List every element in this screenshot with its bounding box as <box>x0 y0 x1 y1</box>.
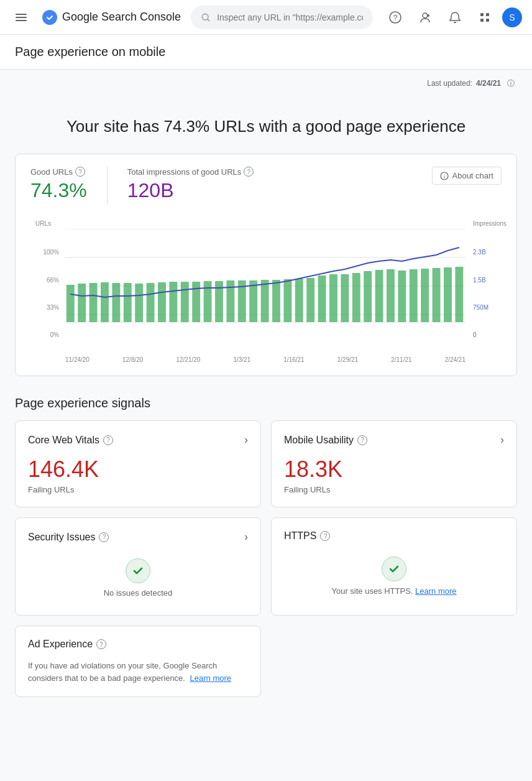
mobile-usability-help-icon[interactable]: ? <box>357 435 367 445</box>
avatar[interactable]: S <box>502 7 522 27</box>
good-urls-help-icon[interactable]: ? <box>75 167 85 177</box>
y-left-33: 33% <box>35 304 59 311</box>
help-button[interactable]: ? <box>383 5 408 30</box>
mobile-usability-failing-label: Failing URLs <box>284 485 504 494</box>
svg-rect-52 <box>421 269 429 322</box>
hero-section: Your site has 74.3% URLs with a good pag… <box>15 97 517 154</box>
svg-rect-22 <box>78 284 86 322</box>
svg-rect-47 <box>364 271 372 322</box>
notifications-button[interactable] <box>443 5 467 30</box>
https-status-text: Your site uses HTTPS. Learn more <box>331 586 456 596</box>
checkmark-icon <box>388 563 400 575</box>
svg-text:i: i <box>444 173 445 180</box>
impressions-label: Total impressions of good URLs ? <box>127 167 254 177</box>
url-search-bar[interactable] <box>191 6 373 29</box>
good-urls-metric: Good URLs ? 74.3% <box>30 167 87 202</box>
ad-experience-title: Ad Experience ? <box>28 639 106 650</box>
ad-experience-help-icon[interactable]: ? <box>96 639 106 649</box>
svg-rect-10 <box>480 13 484 16</box>
svg-rect-46 <box>352 273 360 322</box>
y-right-750m: 750M <box>473 304 497 311</box>
last-updated-label: Last updated: <box>427 79 472 88</box>
last-updated-bar: Last updated: 4/24/21 ⓘ <box>15 70 517 97</box>
core-web-vitals-title: Core Web Vitals ? <box>28 435 113 446</box>
core-web-vitals-failing-value: 146.4K <box>28 456 248 483</box>
menu-button[interactable] <box>10 6 32 29</box>
svg-rect-24 <box>101 282 109 322</box>
core-web-vitals-help-icon[interactable]: ? <box>103 435 113 445</box>
svg-rect-33 <box>204 281 212 322</box>
last-updated-help-button[interactable]: ⓘ <box>505 77 517 90</box>
security-issues-chevron-icon[interactable]: › <box>244 530 248 543</box>
x-label-6: 1/29/21 <box>337 356 358 363</box>
signals-grid: Core Web Vitals ? › 146.4K Failing URLs … <box>15 420 517 697</box>
security-issues-title: Security Issues ? <box>28 532 109 543</box>
mobile-usability-title: Mobile Usability ? <box>284 435 367 446</box>
core-web-vitals-header: Core Web Vitals ? › <box>28 433 248 446</box>
mobile-usability-chevron-icon[interactable]: › <box>500 433 504 446</box>
grid-icon <box>479 11 491 24</box>
svg-rect-32 <box>192 282 200 322</box>
y-right-1-5b: 1.5B <box>473 277 497 284</box>
y-left-title: URLs <box>35 220 59 227</box>
y-left-66: 66% <box>35 277 59 284</box>
svg-rect-42 <box>306 278 314 322</box>
main-content: Last updated: 4/24/21 ⓘ Your site has 74… <box>0 70 532 722</box>
page-title: Page experience on mobile <box>15 45 517 59</box>
accounts-icon <box>419 11 431 24</box>
svg-rect-29 <box>158 282 166 322</box>
svg-rect-26 <box>124 283 132 322</box>
good-urls-label: Good URLs ? <box>30 167 87 177</box>
svg-rect-43 <box>318 275 326 322</box>
ad-experience-learn-more-link[interactable]: Learn more <box>190 673 231 683</box>
svg-rect-51 <box>410 269 418 322</box>
svg-line-5 <box>208 19 209 21</box>
svg-rect-39 <box>272 280 280 322</box>
https-learn-more-link[interactable]: Learn more <box>415 586 456 596</box>
https-help-icon[interactable]: ? <box>320 531 330 541</box>
x-label-7: 2/11/21 <box>391 356 411 363</box>
main-chart-card: Good URLs ? 74.3% Total impressions of g… <box>15 154 517 376</box>
svg-point-8 <box>423 13 428 18</box>
x-label-5: 1/16/21 <box>283 356 304 363</box>
good-urls-value: 74.3% <box>30 179 87 202</box>
impressions-help-icon[interactable]: ? <box>244 167 254 177</box>
https-check-circle <box>382 557 406 581</box>
url-search-input[interactable] <box>217 12 363 22</box>
security-check-circle <box>126 558 150 583</box>
y-left-100: 100% <box>35 249 59 256</box>
security-issues-help-icon[interactable]: ? <box>99 532 109 542</box>
about-chart-button[interactable]: i About chart <box>432 167 502 185</box>
ad-experience-header: Ad Experience ? <box>28 639 248 650</box>
security-issues-header: Security Issues ? › <box>28 530 248 543</box>
app-logo: Google Search Console <box>42 10 181 25</box>
x-label-3: 12/21/20 <box>176 356 200 363</box>
svg-point-9 <box>427 14 429 17</box>
security-issues-text: No issues detected <box>104 588 173 598</box>
svg-rect-38 <box>261 280 269 322</box>
svg-rect-40 <box>283 279 291 322</box>
page-title-bar: Page experience on mobile <box>0 35 532 70</box>
https-title: HTTPS ? <box>284 530 330 542</box>
svg-rect-53 <box>433 268 441 322</box>
security-issues-card: Security Issues ? › No issues detected <box>15 517 261 616</box>
svg-text:?: ? <box>393 14 398 22</box>
accounts-button[interactable] <box>413 5 438 30</box>
apps-button[interactable] <box>472 5 497 30</box>
svg-rect-2 <box>16 20 27 21</box>
svg-rect-49 <box>387 269 395 322</box>
y-left-0: 0% <box>35 331 59 338</box>
help-icon: ? <box>389 11 401 24</box>
svg-rect-11 <box>486 13 489 16</box>
svg-rect-48 <box>375 270 383 322</box>
svg-rect-12 <box>480 19 484 22</box>
core-web-vitals-card: Core Web Vitals ? › 146.4K Failing URLs <box>15 420 261 507</box>
svg-rect-55 <box>455 267 463 322</box>
mobile-usability-header: Mobile Usability ? › <box>284 433 504 446</box>
impressions-value: 120B <box>127 179 254 202</box>
svg-rect-21 <box>66 285 75 322</box>
svg-rect-30 <box>169 282 177 322</box>
header-actions: ? S <box>383 5 522 30</box>
svg-rect-45 <box>341 274 349 322</box>
core-web-vitals-chevron-icon[interactable]: › <box>244 433 248 446</box>
